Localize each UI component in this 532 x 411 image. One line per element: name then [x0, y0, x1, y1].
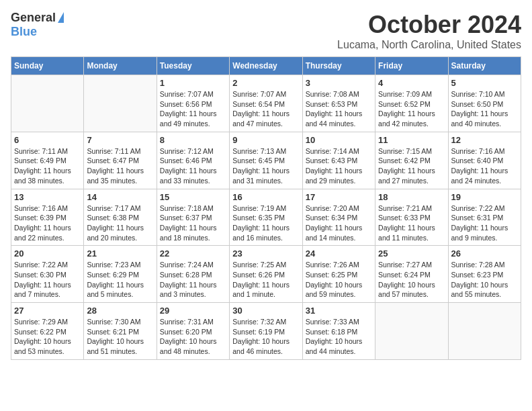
calendar-cell: 3Sunrise: 7:08 AM Sunset: 6:53 PM Daylig…: [302, 75, 375, 132]
day-info: Sunrise: 7:33 AM Sunset: 6:18 PM Dayligh…: [306, 317, 372, 357]
day-number: 20: [14, 248, 81, 259]
day-info: Sunrise: 7:12 AM Sunset: 6:46 PM Dayligh…: [160, 146, 226, 186]
calendar-cell: 2Sunrise: 7:07 AM Sunset: 6:54 PM Daylig…: [230, 75, 302, 132]
day-info: Sunrise: 7:19 AM Sunset: 6:35 PM Dayligh…: [232, 203, 299, 243]
day-info: Sunrise: 7:11 AM Sunset: 6:49 PM Dayligh…: [14, 146, 81, 186]
day-info: Sunrise: 7:14 AM Sunset: 6:43 PM Dayligh…: [306, 146, 372, 186]
day-number: 19: [451, 192, 518, 202]
calendar-cell: 10Sunrise: 7:14 AM Sunset: 6:43 PM Dayli…: [302, 132, 375, 189]
header-day-friday: Friday: [375, 57, 448, 75]
day-info: Sunrise: 7:13 AM Sunset: 6:45 PM Dayligh…: [232, 146, 299, 186]
main-title: October 2024: [337, 11, 521, 39]
day-number: 23: [232, 248, 299, 259]
calendar-cell: 8Sunrise: 7:12 AM Sunset: 6:46 PM Daylig…: [157, 132, 229, 189]
week-row-2: 13Sunrise: 7:16 AM Sunset: 6:39 PM Dayli…: [11, 189, 521, 246]
calendar-cell: [84, 75, 157, 132]
day-info: Sunrise: 7:17 AM Sunset: 6:38 PM Dayligh…: [87, 203, 153, 243]
header-day-wednesday: Wednesday: [230, 57, 302, 75]
day-number: 24: [306, 248, 372, 259]
calendar-cell: 5Sunrise: 7:10 AM Sunset: 6:50 PM Daylig…: [448, 75, 521, 132]
calendar-cell: 17Sunrise: 7:20 AM Sunset: 6:34 PM Dayli…: [302, 189, 375, 246]
calendar-cell: 23Sunrise: 7:25 AM Sunset: 6:26 PM Dayli…: [230, 246, 302, 303]
calendar-cell: 1Sunrise: 7:07 AM Sunset: 6:56 PM Daylig…: [157, 75, 229, 132]
day-info: Sunrise: 7:21 AM Sunset: 6:33 PM Dayligh…: [378, 203, 445, 243]
calendar-header: SundayMondayTuesdayWednesdayThursdayFrid…: [11, 57, 521, 75]
calendar-table: SundayMondayTuesdayWednesdayThursdayFrid…: [11, 56, 521, 360]
day-info: Sunrise: 7:20 AM Sunset: 6:34 PM Dayligh…: [306, 203, 372, 243]
calendar-cell: 15Sunrise: 7:18 AM Sunset: 6:37 PM Dayli…: [157, 189, 229, 246]
calendar-cell: [11, 75, 84, 132]
calendar-cell: 14Sunrise: 7:17 AM Sunset: 6:38 PM Dayli…: [84, 189, 157, 246]
logo-triangle-icon: [58, 12, 64, 23]
calendar-cell: 21Sunrise: 7:23 AM Sunset: 6:29 PM Dayli…: [84, 246, 157, 303]
header-day-monday: Monday: [84, 57, 157, 75]
calendar-cell: 11Sunrise: 7:15 AM Sunset: 6:42 PM Dayli…: [375, 132, 448, 189]
day-info: Sunrise: 7:15 AM Sunset: 6:42 PM Dayligh…: [378, 146, 445, 186]
calendar-body: 1Sunrise: 7:07 AM Sunset: 6:56 PM Daylig…: [11, 75, 521, 360]
day-number: 9: [232, 135, 299, 145]
day-info: Sunrise: 7:18 AM Sunset: 6:37 PM Dayligh…: [160, 203, 226, 243]
day-number: 30: [232, 306, 299, 316]
day-number: 22: [160, 248, 226, 259]
week-row-1: 6Sunrise: 7:11 AM Sunset: 6:49 PM Daylig…: [11, 132, 521, 189]
day-number: 18: [378, 192, 445, 202]
day-info: Sunrise: 7:22 AM Sunset: 6:30 PM Dayligh…: [14, 260, 81, 300]
day-info: Sunrise: 7:10 AM Sunset: 6:50 PM Dayligh…: [451, 89, 518, 129]
subtitle: Lucama, North Carolina, United States: [337, 39, 521, 51]
logo: General Blue: [11, 11, 64, 39]
day-info: Sunrise: 7:09 AM Sunset: 6:52 PM Dayligh…: [378, 89, 445, 129]
day-number: 17: [306, 192, 372, 202]
day-info: Sunrise: 7:22 AM Sunset: 6:31 PM Dayligh…: [451, 203, 518, 243]
calendar-cell: 7Sunrise: 7:11 AM Sunset: 6:47 PM Daylig…: [84, 132, 157, 189]
header-day-thursday: Thursday: [302, 57, 375, 75]
day-number: 7: [87, 135, 153, 145]
day-number: 4: [378, 78, 445, 88]
day-number: 31: [306, 306, 372, 316]
calendar-cell: 26Sunrise: 7:28 AM Sunset: 6:23 PM Dayli…: [448, 246, 521, 303]
day-number: 8: [160, 135, 226, 145]
logo-blue-text: Blue: [11, 25, 37, 38]
calendar-cell: 25Sunrise: 7:27 AM Sunset: 6:24 PM Dayli…: [375, 246, 448, 303]
logo-general-text: General: [11, 11, 56, 25]
calendar-cell: 6Sunrise: 7:11 AM Sunset: 6:49 PM Daylig…: [11, 132, 84, 189]
calendar-cell: 19Sunrise: 7:22 AM Sunset: 6:31 PM Dayli…: [448, 189, 521, 246]
day-number: 10: [306, 135, 372, 145]
day-number: 15: [160, 192, 226, 202]
day-info: Sunrise: 7:28 AM Sunset: 6:23 PM Dayligh…: [451, 260, 518, 300]
day-number: 12: [451, 135, 518, 145]
day-info: Sunrise: 7:07 AM Sunset: 6:56 PM Dayligh…: [160, 89, 226, 129]
header-day-sunday: Sunday: [11, 57, 84, 75]
page-header: General Blue October 2024 Lucama, North …: [11, 11, 521, 51]
day-number: 29: [160, 306, 226, 316]
calendar-cell: 18Sunrise: 7:21 AM Sunset: 6:33 PM Dayli…: [375, 189, 448, 246]
day-number: 21: [87, 248, 153, 259]
day-info: Sunrise: 7:27 AM Sunset: 6:24 PM Dayligh…: [378, 260, 445, 300]
calendar-cell: 22Sunrise: 7:24 AM Sunset: 6:28 PM Dayli…: [157, 246, 229, 303]
header-day-saturday: Saturday: [448, 57, 521, 75]
day-number: 5: [451, 78, 518, 88]
calendar-cell: [448, 303, 521, 360]
week-row-4: 27Sunrise: 7:29 AM Sunset: 6:22 PM Dayli…: [11, 303, 521, 360]
calendar-cell: 9Sunrise: 7:13 AM Sunset: 6:45 PM Daylig…: [230, 132, 302, 189]
day-info: Sunrise: 7:16 AM Sunset: 6:39 PM Dayligh…: [14, 203, 81, 243]
calendar-cell: 27Sunrise: 7:29 AM Sunset: 6:22 PM Dayli…: [11, 303, 84, 360]
day-number: 14: [87, 192, 153, 202]
calendar-cell: 31Sunrise: 7:33 AM Sunset: 6:18 PM Dayli…: [302, 303, 375, 360]
calendar-cell: 30Sunrise: 7:32 AM Sunset: 6:19 PM Dayli…: [230, 303, 302, 360]
day-number: 3: [306, 78, 372, 88]
day-number: 25: [378, 248, 445, 259]
day-number: 28: [87, 306, 153, 316]
day-number: 16: [232, 192, 299, 202]
title-section: October 2024 Lucama, North Carolina, Uni…: [337, 11, 521, 51]
calendar-cell: 24Sunrise: 7:26 AM Sunset: 6:25 PM Dayli…: [302, 246, 375, 303]
day-info: Sunrise: 7:16 AM Sunset: 6:40 PM Dayligh…: [451, 146, 518, 186]
calendar-cell: 12Sunrise: 7:16 AM Sunset: 6:40 PM Dayli…: [448, 132, 521, 189]
calendar-cell: 28Sunrise: 7:30 AM Sunset: 6:21 PM Dayli…: [84, 303, 157, 360]
day-number: 13: [14, 192, 81, 202]
day-info: Sunrise: 7:23 AM Sunset: 6:29 PM Dayligh…: [87, 260, 153, 300]
day-info: Sunrise: 7:31 AM Sunset: 6:20 PM Dayligh…: [160, 317, 226, 357]
calendar-cell: 29Sunrise: 7:31 AM Sunset: 6:20 PM Dayli…: [157, 303, 229, 360]
calendar-cell: 13Sunrise: 7:16 AM Sunset: 6:39 PM Dayli…: [11, 189, 84, 246]
day-info: Sunrise: 7:26 AM Sunset: 6:25 PM Dayligh…: [306, 260, 372, 300]
day-info: Sunrise: 7:25 AM Sunset: 6:26 PM Dayligh…: [232, 260, 299, 300]
